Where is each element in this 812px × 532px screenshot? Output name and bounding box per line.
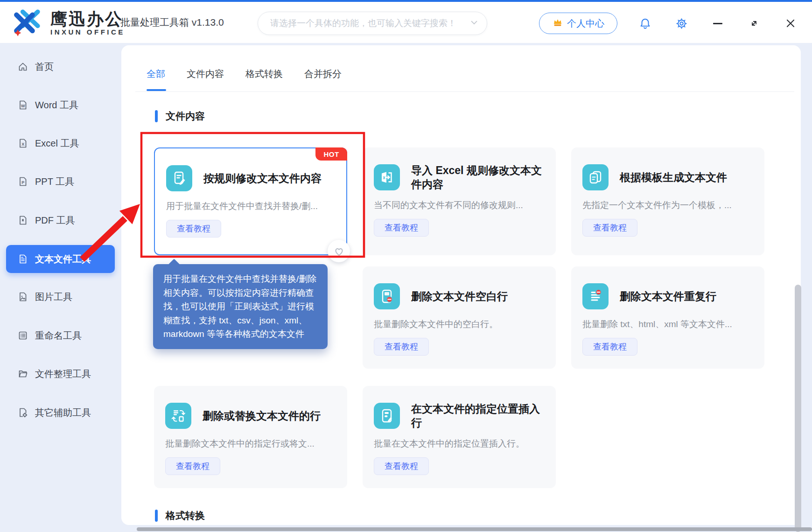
tool-card-title: 导入 Excel 规则修改文本文件内容 xyxy=(411,163,545,191)
view-tutorial-button[interactable]: 查看教程 xyxy=(582,219,637,237)
tool-card-title: 删除文本文件空白行 xyxy=(411,289,508,303)
doc-template-icon xyxy=(582,164,609,190)
sidebar-item-1[interactable]: 首页 xyxy=(6,57,115,76)
top-bar: 鹰迅办公 INXUN OFFICE 批量处理工具箱 v1.13.0 个人中心 xyxy=(0,0,812,43)
bell-icon[interactable] xyxy=(635,2,655,45)
brand-latin: INXUN OFFICE xyxy=(50,28,125,36)
crown-icon xyxy=(552,17,563,30)
sidebar-item-label: Word 工具 xyxy=(35,99,78,112)
doc-edit-icon xyxy=(166,165,192,191)
folder-icon xyxy=(17,368,28,379)
tab-4[interactable]: 合并拆分 xyxy=(304,68,342,80)
sidebar-item-label: PPT 工具 xyxy=(35,175,74,188)
tool-card-description: 用于批量在文件文件中查找并替换/删... xyxy=(166,200,335,212)
tool-card-description: 批量删除 txt、html、xml 等文本文件... xyxy=(582,318,753,330)
search-input[interactable] xyxy=(269,18,469,29)
sidebar-item-8[interactable]: 重命名工具 xyxy=(6,326,115,345)
doc-remove-blank-icon xyxy=(374,283,400,309)
sidebar-item-label: 文本文件工具 xyxy=(35,253,91,266)
active-tab-underline xyxy=(147,89,166,91)
tool-card[interactable]: 在文本文件的指定位置插入行 批量在文本文件中的指定位置插入行。 查看教程 xyxy=(363,386,556,488)
view-tutorial-button[interactable]: 查看教程 xyxy=(166,220,221,238)
tabs-divider xyxy=(135,91,794,92)
sidebar-item-2[interactable]: W Word 工具 xyxy=(6,96,115,114)
tool-card-title: 在文本文件的指定位置插入行 xyxy=(411,402,545,430)
image-icon xyxy=(17,291,28,302)
insert-line-icon xyxy=(374,403,400,429)
close-icon[interactable] xyxy=(780,2,801,45)
tool-card[interactable]: 删除文本文件重复行 批量删除 txt、html、xml 等文本文件... 查看教… xyxy=(571,266,764,369)
excel-doc-icon: X xyxy=(17,138,28,149)
section-accent-bar xyxy=(155,110,158,122)
tool-card-title: 删除或替换文本文件的行 xyxy=(203,409,321,423)
tool-card-title: 根据模板生成文本文件 xyxy=(620,170,727,184)
sidebar-item-3[interactable]: X Excel 工具 xyxy=(6,134,115,153)
tool-card-title: 按规则修改文本文件内容 xyxy=(203,171,322,185)
vertical-scrollbar-thumb[interactable] xyxy=(795,285,801,532)
gear-icon[interactable] xyxy=(671,2,692,45)
tool-card-description: 先指定一个文本文件作为一个模板，... xyxy=(582,199,753,211)
tooltip-text: 用于批量在文件文件中查找并替换/删除相关内容。可以按指定内容进行精确查找，也可以… xyxy=(163,274,316,339)
hot-badge: HOT xyxy=(315,147,347,161)
tab-1[interactable]: 全部 xyxy=(147,68,165,80)
excel-import-icon: x xyxy=(374,164,400,190)
tab-3[interactable]: 格式转换 xyxy=(245,68,283,80)
tab-2[interactable]: 文件内容 xyxy=(187,68,224,80)
svg-text:X: X xyxy=(21,142,24,147)
svg-text:W: W xyxy=(21,104,25,108)
rename-list-icon xyxy=(17,330,28,341)
app-logo: 鹰迅办公 INXUN OFFICE xyxy=(10,7,125,39)
logo-x-icon xyxy=(10,7,46,39)
sidebar-item-label: Excel 工具 xyxy=(35,137,79,150)
section-title: 文件内容 xyxy=(166,110,205,123)
user-center-label: 个人中心 xyxy=(567,17,604,30)
sidebar-item-label: 其它辅助工具 xyxy=(35,406,91,419)
section-title: 格式转换 xyxy=(166,509,205,522)
horizontal-scrollbar-thumb[interactable] xyxy=(137,527,812,531)
minimize-icon[interactable] xyxy=(707,2,728,45)
sidebar-item-6[interactable]: 文本文件工具 xyxy=(6,245,115,273)
brand-name: 鹰迅办公 xyxy=(50,10,125,28)
section-header-file-content: 文件内容 xyxy=(155,110,205,123)
tool-description-tooltip: 用于批量在文件文件中查找并替换/删除相关内容。可以按指定内容进行精确查找，也可以… xyxy=(153,264,328,349)
swap-lines-icon xyxy=(165,403,191,429)
sidebar: 首页 W Word 工具 X Excel 工具 P PPT 工具 PDF 工具 … xyxy=(0,43,120,532)
maximize-icon[interactable] xyxy=(744,2,764,45)
view-tutorial-button[interactable]: 查看教程 xyxy=(374,457,429,475)
tool-card[interactable]: HOT 按规则修改文本文件内容 用于批量在文件文件中查找并替换/删... 查看教… xyxy=(154,147,347,255)
search-chevron-down-icon[interactable] xyxy=(469,17,479,29)
section-accent-bar xyxy=(155,510,158,522)
sidebar-item-7[interactable]: 图片工具 xyxy=(6,287,115,306)
view-tutorial-button[interactable]: 查看教程 xyxy=(582,338,637,356)
view-tutorial-button[interactable]: 查看教程 xyxy=(165,457,220,475)
search-box[interactable] xyxy=(258,12,487,35)
ppt-doc-icon: P xyxy=(17,176,28,187)
tool-card[interactable]: 删除或替换文本文件的行 批量删除文本文件中的指定行或将文... 查看教程 xyxy=(154,386,347,488)
sidebar-item-5[interactable]: PDF 工具 xyxy=(6,211,115,230)
svg-text:x: x xyxy=(383,175,385,180)
sidebar-item-9[interactable]: 文件整理工具 xyxy=(6,364,115,383)
home-icon xyxy=(17,61,28,72)
sidebar-item-label: 文件整理工具 xyxy=(35,368,91,380)
sidebar-item-label: 首页 xyxy=(35,61,54,73)
tool-card[interactable]: x 导入 Excel 规则修改文本文件内容 当不同的文本文件有不同的修改规则..… xyxy=(363,147,556,255)
category-tabs: 全部文件内容格式转换合并拆分 xyxy=(147,68,342,80)
sidebar-item-label: 重命名工具 xyxy=(35,329,82,342)
sidebar-item-4[interactable]: P PPT 工具 xyxy=(6,172,115,191)
favorite-heart-icon[interactable] xyxy=(328,240,350,262)
doc-remove-duplicate-icon xyxy=(582,283,609,309)
sidebar-item-label: PDF 工具 xyxy=(35,214,75,227)
misc-tools-icon xyxy=(17,407,28,418)
text-file-icon xyxy=(17,253,28,265)
tool-card-description: 批量删除文本文件中的空白行。 xyxy=(374,318,545,330)
tool-card[interactable]: 删除文本文件空白行 批量删除文本文件中的空白行。 查看教程 xyxy=(363,266,556,369)
tool-card-description: 批量删除文本文件中的指定行或将文... xyxy=(165,438,336,450)
user-center-button[interactable]: 个人中心 xyxy=(539,13,617,34)
section-header-format-convert: 格式转换 xyxy=(155,509,205,522)
view-tutorial-button[interactable]: 查看教程 xyxy=(374,219,429,237)
view-tutorial-button[interactable]: 查看教程 xyxy=(374,338,429,356)
tool-card-description: 当不同的文本文件有不同的修改规则... xyxy=(374,199,545,211)
tool-card[interactable]: 根据模板生成文本文件 先指定一个文本文件作为一个模板，... 查看教程 xyxy=(571,147,764,255)
word-doc-icon: W xyxy=(17,99,28,111)
sidebar-item-10[interactable]: 其它辅助工具 xyxy=(6,403,115,422)
